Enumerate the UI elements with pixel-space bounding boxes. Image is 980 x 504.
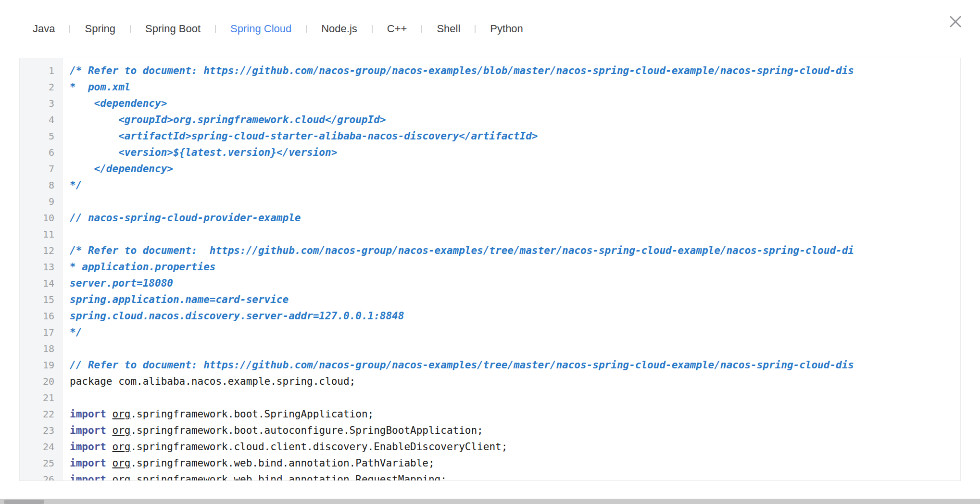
comment-text: spring.cloud.nacos.discovery.server-addr… xyxy=(70,310,404,322)
tab-separator xyxy=(69,25,70,33)
code-line: import org.springframework.cloud.client.… xyxy=(70,439,960,455)
line-number: 2 xyxy=(20,79,54,95)
code-line: /* Refer to document: https://github.com… xyxy=(70,63,960,79)
comment-text: <groupId>org.springframework.cloud</grou… xyxy=(70,114,386,126)
line-number: 19 xyxy=(20,357,54,373)
code-line: // nacos-spring-cloud-provider-example xyxy=(70,210,960,226)
package-root: org xyxy=(113,408,131,420)
comment-text: </dependency> xyxy=(70,163,173,175)
line-number: 20 xyxy=(20,373,54,390)
code-line xyxy=(70,340,960,357)
line-number: 1 xyxy=(20,63,54,79)
code-line: * pom.xml xyxy=(70,79,960,95)
statement-text: .springframework.boot.autoconfigure.Spri… xyxy=(130,425,483,436)
comment-text: // Refer to document: https://github.com… xyxy=(70,359,854,371)
line-number: 5 xyxy=(20,128,54,144)
horizontal-scrollbar[interactable] xyxy=(0,499,980,504)
code-line: <dependency> xyxy=(70,95,960,112)
code-line: spring.cloud.nacos.discovery.server-addr… xyxy=(70,308,960,324)
tab-separator xyxy=(475,25,476,33)
line-number: 6 xyxy=(20,144,54,161)
code-line: import org.springframework.boot.SpringAp… xyxy=(70,406,960,422)
code-line: /* Refer to document: https://github.com… xyxy=(70,242,960,259)
code-line xyxy=(70,390,960,406)
keyword-import: import xyxy=(70,408,106,420)
line-number: 22 xyxy=(20,406,54,422)
tab-python[interactable]: Python xyxy=(490,23,523,35)
tab-node-js[interactable]: Node.js xyxy=(321,23,357,35)
statement-text: .springframework.web.bind.annotation.Pat… xyxy=(130,457,434,469)
language-tabbar: JavaSpringSpring BootSpring CloudNode.js… xyxy=(33,23,523,35)
comment-text: // nacos-spring-cloud-provider-example xyxy=(70,212,301,224)
code-line: <groupId>org.springframework.cloud</grou… xyxy=(70,112,960,128)
tab-shell[interactable]: Shell xyxy=(437,23,460,35)
line-number: 10 xyxy=(20,210,54,226)
comment-text: * application.properties xyxy=(70,261,215,273)
tab-separator xyxy=(130,25,131,33)
line-number: 14 xyxy=(20,275,54,291)
code-line: * application.properties xyxy=(70,259,960,275)
code-line: </dependency> xyxy=(70,161,960,177)
line-number: 4 xyxy=(20,112,54,128)
tab-c-[interactable]: C++ xyxy=(387,23,407,35)
line-number: 7 xyxy=(20,161,54,177)
keyword-import: import xyxy=(70,457,106,469)
tab-separator xyxy=(215,25,216,33)
line-number: 3 xyxy=(20,95,54,112)
statement-text: package com.alibaba.nacos.example.spring… xyxy=(70,376,355,387)
code-line: import org.springframework.boot.autoconf… xyxy=(70,422,960,439)
code-line: */ xyxy=(70,177,960,193)
comment-text: */ xyxy=(70,327,82,338)
code-pane: /* Refer to document: https://github.com… xyxy=(63,58,960,480)
tab-separator xyxy=(421,25,422,33)
line-number: 21 xyxy=(20,390,54,406)
comment-text: */ xyxy=(70,179,82,191)
code-line: */ xyxy=(70,324,960,340)
comment-text: <dependency> xyxy=(70,98,167,109)
tab-spring-cloud[interactable]: Spring Cloud xyxy=(230,23,291,35)
statement-text: .springframework.cloud.client.discovery.… xyxy=(130,441,507,453)
comment-text: server.port=18080 xyxy=(70,277,173,289)
code-viewer: 1234567891011121314151617181920212223242… xyxy=(19,58,961,481)
line-number: 15 xyxy=(20,291,54,308)
code-line: import org.springframework.web.bind.anno… xyxy=(70,471,960,480)
line-number: 11 xyxy=(20,226,54,242)
line-number: 23 xyxy=(20,422,54,439)
code-line: <version>${latest.version}</version> xyxy=(70,144,960,161)
code-line xyxy=(70,193,960,210)
close-button[interactable] xyxy=(948,14,963,29)
package-root: org xyxy=(113,425,131,436)
tab-spring-boot[interactable]: Spring Boot xyxy=(145,23,201,35)
package-root: org xyxy=(113,457,131,469)
comment-text: <version>${latest.version}</version> xyxy=(70,147,337,158)
line-number: 13 xyxy=(20,259,54,275)
tab-java[interactable]: Java xyxy=(33,23,55,35)
comment-text: * pom.xml xyxy=(70,81,130,93)
keyword-import: import xyxy=(70,441,106,453)
comment-text: spring.application.name=card-service xyxy=(70,294,289,305)
line-number: 9 xyxy=(20,193,54,210)
tab-separator xyxy=(372,25,373,33)
statement-text: .springframework.web.bind.annotation.Req… xyxy=(130,474,446,480)
tab-spring[interactable]: Spring xyxy=(85,23,115,35)
horizontal-scrollbar-thumb[interactable] xyxy=(4,500,44,504)
line-number: 16 xyxy=(20,308,54,324)
line-number: 17 xyxy=(20,324,54,340)
comment-text: /* Refer to document: https://github.com… xyxy=(70,245,854,256)
code-line: package com.alibaba.nacos.example.spring… xyxy=(70,373,960,390)
comment-text: <artifactId>spring-cloud-starter-alibaba… xyxy=(70,130,538,142)
tab-separator xyxy=(306,25,307,33)
code-line: <artifactId>spring-cloud-starter-alibaba… xyxy=(70,128,960,144)
package-root: org xyxy=(113,474,131,480)
code-line: server.port=18080 xyxy=(70,275,960,291)
line-number: 24 xyxy=(20,439,54,455)
code-line: // Refer to document: https://github.com… xyxy=(70,357,960,373)
code-line xyxy=(70,226,960,242)
keyword-import: import xyxy=(70,425,106,436)
line-number: 12 xyxy=(20,242,54,259)
code-line: spring.application.name=card-service xyxy=(70,291,960,308)
package-root: org xyxy=(113,441,131,453)
line-number: 18 xyxy=(20,340,54,357)
keyword-import: import xyxy=(70,474,106,480)
line-number: 8 xyxy=(20,177,54,193)
